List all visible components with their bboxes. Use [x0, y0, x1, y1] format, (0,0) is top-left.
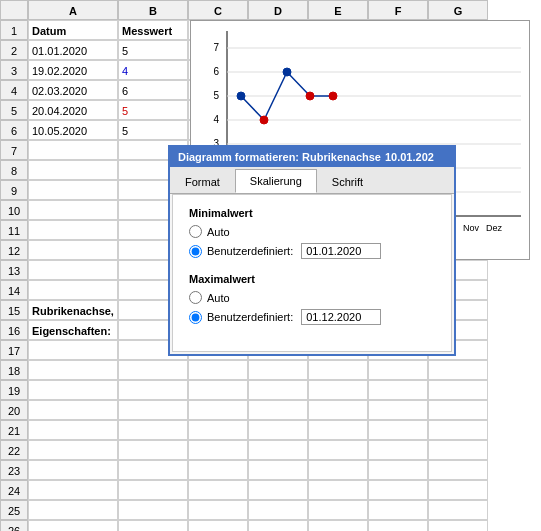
table-row: 24 — [0, 480, 541, 500]
col-header-b: B — [118, 0, 188, 20]
col-header-c: C — [188, 0, 248, 20]
tab-schrift[interactable]: Schrift — [317, 170, 378, 193]
max-custom-input[interactable] — [301, 309, 381, 325]
cell-3a[interactable]: 19.02.2020 — [28, 60, 118, 80]
svg-text:7: 7 — [213, 42, 219, 53]
cell-4a[interactable]: 02.03.2020 — [28, 80, 118, 100]
cell-6a[interactable]: 10.05.2020 — [28, 120, 118, 140]
cell-1b[interactable]: Messwert — [118, 20, 188, 40]
cell-5a[interactable]: 20.04.2020 — [28, 100, 118, 120]
cell-4b[interactable]: 6 — [118, 80, 188, 100]
max-auto-label: Auto — [207, 292, 230, 304]
spreadsheet-container: A B C D E F G 1 Datum Messwert 2 01.01.2… — [0, 0, 541, 531]
cell-1a[interactable]: Datum — [28, 20, 118, 40]
max-custom-row: Benutzerdefiniert: — [189, 309, 435, 325]
row-num-header — [0, 0, 28, 20]
col-header-e: E — [308, 0, 368, 20]
dialog-titlebar: Diagramm formatieren: Rubrikenachse 10.0… — [170, 147, 454, 167]
table-row: 21 — [0, 420, 541, 440]
min-custom-radio[interactable] — [189, 245, 202, 258]
table-row: 18 — [0, 360, 541, 380]
min-auto-label: Auto — [207, 226, 230, 238]
cell-2a[interactable]: 01.01.2020 — [28, 40, 118, 60]
svg-text:5: 5 — [213, 90, 219, 101]
dialog-title-date: 10.01.202 — [385, 151, 434, 163]
max-custom-label: Benutzerdefiniert: — [207, 311, 293, 323]
table-row: 19 — [0, 380, 541, 400]
svg-text:Dez: Dez — [486, 223, 503, 233]
max-section: Maximalwert Auto Benutzerdefiniert: — [189, 273, 435, 325]
min-custom-input[interactable] — [301, 243, 381, 259]
svg-point-32 — [306, 92, 314, 100]
min-auto-radio[interactable] — [189, 225, 202, 238]
svg-point-31 — [283, 68, 291, 76]
cell-2b[interactable]: 5 — [118, 40, 188, 60]
format-dialog: Diagramm formatieren: Rubrikenachse 10.0… — [168, 145, 456, 356]
col-header-f: F — [368, 0, 428, 20]
tab-format[interactable]: Format — [170, 170, 235, 193]
dialog-tabs: Format Skalierung Schrift — [170, 167, 454, 194]
max-auto-row: Auto — [189, 291, 435, 304]
svg-point-29 — [237, 92, 245, 100]
min-custom-label: Benutzerdefiniert: — [207, 245, 293, 257]
svg-point-30 — [260, 116, 268, 124]
col-header-g: G — [428, 0, 488, 20]
cell-16a: Eigenschaften: — [28, 320, 118, 340]
col-header-a: A — [28, 0, 118, 20]
cell-5b[interactable]: 5 — [118, 100, 188, 120]
cell-6b[interactable]: 5 — [118, 120, 188, 140]
svg-point-33 — [329, 92, 337, 100]
tab-skalierung[interactable]: Skalierung — [235, 169, 317, 193]
svg-text:Nov: Nov — [463, 223, 480, 233]
min-section-title: Minimalwert — [189, 207, 435, 219]
min-auto-row: Auto — [189, 225, 435, 238]
max-section-title: Maximalwert — [189, 273, 435, 285]
cell-3b[interactable]: 4 — [118, 60, 188, 80]
svg-text:4: 4 — [213, 114, 219, 125]
table-row: 25 — [0, 500, 541, 520]
table-row: 23 — [0, 460, 541, 480]
dialog-content: Minimalwert Auto Benutzerdefiniert: Maxi… — [172, 194, 452, 352]
table-row: 26 — [0, 520, 541, 531]
table-row: 22 — [0, 440, 541, 460]
svg-text:6: 6 — [213, 66, 219, 77]
table-row: 20 — [0, 400, 541, 420]
cell-15a: Rubrikenachse, — [28, 300, 118, 320]
max-custom-radio[interactable] — [189, 311, 202, 324]
min-custom-row: Benutzerdefiniert: — [189, 243, 435, 259]
dialog-title: Diagramm formatieren: Rubrikenachse — [178, 151, 381, 163]
col-header-d: D — [248, 0, 308, 20]
min-section: Minimalwert Auto Benutzerdefiniert: — [189, 207, 435, 259]
max-auto-radio[interactable] — [189, 291, 202, 304]
